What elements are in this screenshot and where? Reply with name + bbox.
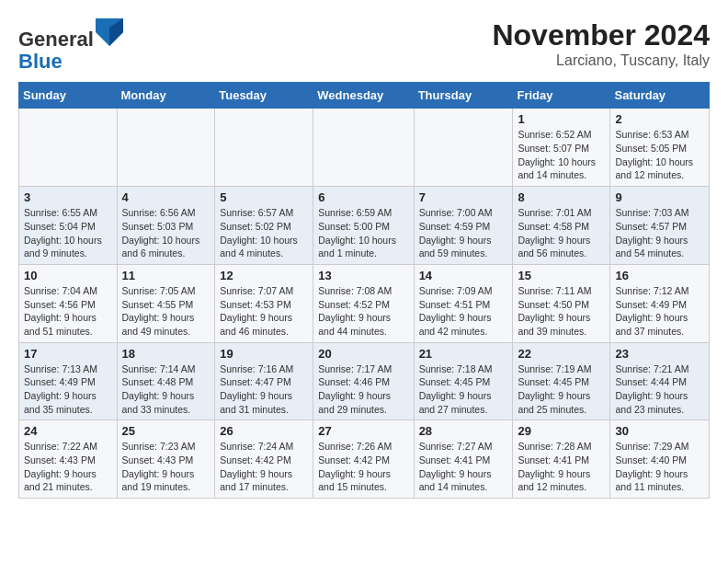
calendar-cell	[313, 109, 414, 187]
weekday-header-wednesday: Wednesday	[313, 83, 414, 109]
day-number: 29	[518, 424, 605, 438]
calendar-cell: 28Sunrise: 7:27 AM Sunset: 4:41 PM Dayli…	[414, 420, 513, 499]
day-info: Sunrise: 6:56 AM Sunset: 5:03 PM Dayligh…	[122, 206, 210, 260]
page-header: General Blue November 2024 Larciano, Tus…	[18, 18, 710, 73]
calendar-cell: 29Sunrise: 7:28 AM Sunset: 4:41 PM Dayli…	[513, 420, 610, 499]
day-number: 15	[518, 269, 605, 282]
day-info: Sunrise: 6:53 AM Sunset: 5:05 PM Dayligh…	[615, 128, 704, 182]
day-number: 20	[318, 347, 408, 361]
calendar-week-1: 1Sunrise: 6:52 AM Sunset: 5:07 PM Daylig…	[19, 109, 710, 187]
calendar-cell: 14Sunrise: 7:09 AM Sunset: 4:51 PM Dayli…	[414, 264, 513, 342]
day-number: 12	[220, 269, 308, 282]
weekday-header-sunday: Sunday	[19, 83, 118, 109]
day-number: 3	[24, 190, 112, 204]
day-number: 24	[24, 424, 112, 438]
day-number: 9	[615, 190, 704, 204]
day-info: Sunrise: 7:17 AM Sunset: 4:46 PM Dayligh…	[318, 362, 408, 417]
day-number: 1	[518, 112, 605, 126]
logo-icon	[96, 18, 123, 46]
day-info: Sunrise: 7:08 AM Sunset: 4:52 PM Dayligh…	[318, 284, 408, 339]
day-info: Sunrise: 7:07 AM Sunset: 4:53 PM Dayligh…	[220, 284, 308, 339]
day-info: Sunrise: 7:29 AM Sunset: 4:40 PM Dayligh…	[615, 440, 704, 494]
calendar-cell: 20Sunrise: 7:17 AM Sunset: 4:46 PM Dayli…	[313, 342, 414, 420]
weekday-header-thursday: Thursday	[414, 83, 513, 109]
day-number: 21	[419, 347, 508, 361]
day-info: Sunrise: 7:16 AM Sunset: 4:47 PM Dayligh…	[220, 362, 308, 417]
day-info: Sunrise: 7:00 AM Sunset: 4:59 PM Dayligh…	[419, 206, 508, 260]
calendar-cell: 5Sunrise: 6:57 AM Sunset: 5:02 PM Daylig…	[215, 187, 313, 265]
calendar-cell: 26Sunrise: 7:24 AM Sunset: 4:42 PM Dayli…	[215, 420, 313, 499]
day-info: Sunrise: 7:14 AM Sunset: 4:48 PM Dayligh…	[122, 362, 210, 417]
calendar-cell	[117, 109, 215, 187]
weekday-header-friday: Friday	[513, 83, 610, 109]
day-info: Sunrise: 7:12 AM Sunset: 4:49 PM Dayligh…	[615, 284, 704, 339]
calendar-week-5: 24Sunrise: 7:22 AM Sunset: 4:43 PM Dayli…	[19, 420, 710, 499]
day-number: 8	[518, 190, 605, 204]
day-info: Sunrise: 7:01 AM Sunset: 4:58 PM Dayligh…	[518, 206, 605, 260]
day-number: 25	[122, 424, 210, 438]
day-number: 13	[318, 269, 408, 282]
day-info: Sunrise: 6:55 AM Sunset: 5:04 PM Dayligh…	[24, 206, 112, 260]
day-info: Sunrise: 7:26 AM Sunset: 4:42 PM Dayligh…	[318, 440, 408, 494]
day-info: Sunrise: 7:28 AM Sunset: 4:41 PM Dayligh…	[518, 440, 605, 494]
calendar-cell: 13Sunrise: 7:08 AM Sunset: 4:52 PM Dayli…	[313, 264, 414, 342]
day-info: Sunrise: 7:22 AM Sunset: 4:43 PM Dayligh…	[24, 440, 112, 494]
calendar-cell	[414, 109, 513, 187]
calendar-cell: 1Sunrise: 6:52 AM Sunset: 5:07 PM Daylig…	[513, 109, 610, 187]
day-number: 18	[122, 347, 210, 361]
calendar-cell: 8Sunrise: 7:01 AM Sunset: 4:58 PM Daylig…	[513, 187, 610, 265]
day-number: 16	[615, 269, 704, 282]
calendar-cell: 10Sunrise: 7:04 AM Sunset: 4:56 PM Dayli…	[19, 264, 118, 342]
day-number: 10	[24, 269, 112, 282]
day-info: Sunrise: 7:09 AM Sunset: 4:51 PM Dayligh…	[419, 284, 508, 339]
day-info: Sunrise: 6:59 AM Sunset: 5:00 PM Dayligh…	[318, 206, 408, 260]
calendar-cell: 27Sunrise: 7:26 AM Sunset: 4:42 PM Dayli…	[313, 420, 414, 499]
calendar-cell: 23Sunrise: 7:21 AM Sunset: 4:44 PM Dayli…	[610, 342, 710, 420]
location: Larciano, Tuscany, Italy	[492, 52, 710, 69]
day-info: Sunrise: 6:52 AM Sunset: 5:07 PM Dayligh…	[518, 128, 605, 182]
day-number: 27	[318, 424, 408, 438]
day-number: 4	[122, 190, 210, 204]
day-info: Sunrise: 7:04 AM Sunset: 4:56 PM Dayligh…	[24, 284, 112, 339]
calendar-cell: 16Sunrise: 7:12 AM Sunset: 4:49 PM Dayli…	[610, 264, 710, 342]
day-number: 2	[615, 112, 704, 126]
weekday-header-monday: Monday	[117, 83, 215, 109]
day-number: 11	[122, 269, 210, 282]
day-info: Sunrise: 7:13 AM Sunset: 4:49 PM Dayligh…	[24, 362, 112, 417]
calendar-cell: 7Sunrise: 7:00 AM Sunset: 4:59 PM Daylig…	[414, 187, 513, 265]
weekday-header-tuesday: Tuesday	[215, 83, 313, 109]
calendar-cell: 3Sunrise: 6:55 AM Sunset: 5:04 PM Daylig…	[19, 187, 118, 265]
calendar-week-3: 10Sunrise: 7:04 AM Sunset: 4:56 PM Dayli…	[19, 264, 710, 342]
calendar-cell: 18Sunrise: 7:14 AM Sunset: 4:48 PM Dayli…	[117, 342, 215, 420]
day-number: 5	[220, 190, 308, 204]
calendar-cell: 21Sunrise: 7:18 AM Sunset: 4:45 PM Dayli…	[414, 342, 513, 420]
calendar-cell: 24Sunrise: 7:22 AM Sunset: 4:43 PM Dayli…	[19, 420, 118, 499]
calendar-cell	[19, 109, 118, 187]
day-number: 17	[24, 347, 112, 361]
day-info: Sunrise: 7:23 AM Sunset: 4:43 PM Dayligh…	[122, 440, 210, 494]
calendar-cell: 11Sunrise: 7:05 AM Sunset: 4:55 PM Dayli…	[117, 264, 215, 342]
calendar-cell: 25Sunrise: 7:23 AM Sunset: 4:43 PM Dayli…	[117, 420, 215, 499]
calendar-cell: 15Sunrise: 7:11 AM Sunset: 4:50 PM Dayli…	[513, 264, 610, 342]
day-number: 22	[518, 347, 605, 361]
day-info: Sunrise: 7:11 AM Sunset: 4:50 PM Dayligh…	[518, 284, 605, 339]
day-info: Sunrise: 7:27 AM Sunset: 4:41 PM Dayligh…	[419, 440, 508, 494]
calendar-cell: 17Sunrise: 7:13 AM Sunset: 4:49 PM Dayli…	[19, 342, 118, 420]
weekday-header-row: SundayMondayTuesdayWednesdayThursdayFrid…	[19, 83, 710, 109]
day-info: Sunrise: 7:03 AM Sunset: 4:57 PM Dayligh…	[615, 206, 704, 260]
calendar-week-4: 17Sunrise: 7:13 AM Sunset: 4:49 PM Dayli…	[19, 342, 710, 420]
logo: General Blue	[18, 18, 123, 73]
title-block: November 2024 Larciano, Tuscany, Italy	[492, 18, 710, 69]
day-info: Sunrise: 7:24 AM Sunset: 4:42 PM Dayligh…	[220, 440, 308, 494]
calendar-cell: 2Sunrise: 6:53 AM Sunset: 5:05 PM Daylig…	[610, 109, 710, 187]
month-title: November 2024	[492, 18, 710, 52]
day-info: Sunrise: 6:57 AM Sunset: 5:02 PM Dayligh…	[220, 206, 308, 260]
calendar-week-2: 3Sunrise: 6:55 AM Sunset: 5:04 PM Daylig…	[19, 187, 710, 265]
calendar-cell	[215, 109, 313, 187]
calendar-cell: 19Sunrise: 7:16 AM Sunset: 4:47 PM Dayli…	[215, 342, 313, 420]
day-number: 26	[220, 424, 308, 438]
logo-general-text: General	[18, 28, 94, 51]
calendar-cell: 30Sunrise: 7:29 AM Sunset: 4:40 PM Dayli…	[610, 420, 710, 499]
day-number: 28	[419, 424, 508, 438]
day-info: Sunrise: 7:21 AM Sunset: 4:44 PM Dayligh…	[615, 362, 704, 417]
